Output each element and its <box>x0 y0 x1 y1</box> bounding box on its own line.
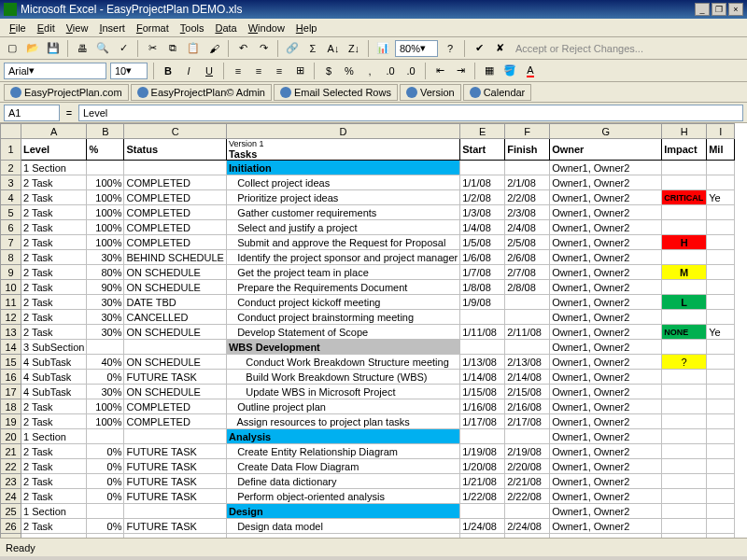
spell-icon[interactable]: ✓ <box>115 40 132 57</box>
italic-icon[interactable]: I <box>180 63 197 79</box>
data-row[interactable]: 102 Task90%ON SCHEDULE Prepare the Requi… <box>1 280 735 295</box>
name-box[interactable]: A1 <box>4 105 60 121</box>
data-row[interactable]: 232 Task0%FUTURE TASK Define data dictio… <box>1 474 735 489</box>
menu-file[interactable]: File <box>4 21 32 35</box>
accept-icon[interactable]: ✔ <box>471 40 487 57</box>
data-row[interactable]: 62 Task100%COMPLETED Select and justify … <box>1 220 735 235</box>
col-header-D[interactable]: D <box>226 124 459 139</box>
align-left-icon[interactable]: ≡ <box>230 63 247 79</box>
row-header[interactable]: 8 <box>1 250 21 265</box>
currency-icon[interactable]: $ <box>320 63 337 79</box>
sort-asc-icon[interactable]: A↓ <box>325 40 342 57</box>
data-row[interactable]: 52 Task100%COMPLETED Gather customer req… <box>1 205 735 220</box>
menu-format[interactable]: Format <box>131 21 175 35</box>
preview-icon[interactable]: 🔍 <box>94 40 111 57</box>
data-row[interactable]: 92 Task80%ON SCHEDULE Get the project te… <box>1 265 735 280</box>
data-row[interactable]: 212 Task0%FUTURE TASK Create Entity Rela… <box>1 444 735 459</box>
row-header[interactable]: 12 <box>1 310 21 325</box>
undo-icon[interactable]: ↶ <box>234 40 251 57</box>
font-color-icon[interactable]: A <box>522 63 539 79</box>
menu-view[interactable]: View <box>61 21 94 35</box>
row-header[interactable]: 13 <box>1 325 21 340</box>
cut-icon[interactable]: ✂ <box>144 40 161 57</box>
data-row[interactable]: 82 Task30%BEHIND SCHEDULE Identify the p… <box>1 250 735 265</box>
data-row[interactable]: 132 Task30%ON SCHEDULE Develop Statement… <box>1 325 735 340</box>
menu-tools[interactable]: Tools <box>175 21 210 35</box>
data-row[interactable]: 154 SubTask40%ON SCHEDULE Conduct Work B… <box>1 355 735 370</box>
custom-btn-email-selected-rows[interactable]: Email Selected Rows <box>274 84 398 101</box>
row-header[interactable]: 16 <box>1 370 21 385</box>
data-row[interactable]: 164 SubTask0%FUTURE TASK Build Work Brea… <box>1 370 735 385</box>
col-header-E[interactable]: E <box>460 124 505 139</box>
data-row[interactable]: 174 SubTask30%ON SCHEDULE Update WBS in … <box>1 385 735 399</box>
data-row[interactable]: 32 Task100%COMPLETED Collect project ide… <box>1 175 735 190</box>
align-right-icon[interactable]: ≡ <box>271 63 288 79</box>
row-header[interactable]: 5 <box>1 205 21 220</box>
format-painter-icon[interactable]: 🖌 <box>205 40 222 57</box>
help-icon[interactable]: ? <box>442 40 458 57</box>
data-row[interactable]: 122 Task30%CANCELLED Conduct project bra… <box>1 310 735 325</box>
zoom-combo[interactable]: 80% ▾ <box>395 40 438 57</box>
link-icon[interactable]: 🔗 <box>284 40 301 57</box>
row-header[interactable]: 4 <box>1 190 21 205</box>
row-header[interactable]: 10 <box>1 280 21 295</box>
row-header[interactable]: 25 <box>1 504 21 519</box>
col-header-A[interactable]: A <box>21 124 87 139</box>
menu-insert[interactable]: Insert <box>93 21 131 35</box>
paste-icon[interactable]: 📋 <box>185 40 202 57</box>
row-header[interactable]: 26 <box>1 519 21 534</box>
row-header[interactable]: 14 <box>1 340 21 355</box>
row-header[interactable]: 2 <box>1 161 21 175</box>
custom-btn-version[interactable]: Version <box>400 84 461 101</box>
row-header[interactable]: 18 <box>1 399 21 414</box>
data-row[interactable]: 242 Task0%FUTURE TASK Perform object-ori… <box>1 489 735 504</box>
sum-icon[interactable]: Σ <box>304 40 321 57</box>
percent-icon[interactable]: % <box>341 63 358 79</box>
copy-icon[interactable]: ⧉ <box>164 40 181 57</box>
menu-help[interactable]: Help <box>290 21 323 35</box>
sort-desc-icon[interactable]: Z↓ <box>345 40 362 57</box>
menu-data[interactable]: Data <box>209 21 242 35</box>
data-row[interactable]: 272 Task0%FUTURE TASK Write functional s… <box>1 534 735 539</box>
row-header[interactable]: 7 <box>1 235 21 250</box>
data-row[interactable]: 72 Task100%COMPLETED Submit and approve … <box>1 235 735 250</box>
row-header[interactable]: 9 <box>1 265 21 280</box>
col-header-H[interactable]: H <box>662 124 707 139</box>
data-row[interactable]: 222 Task0%FUTURE TASK Create Data Flow D… <box>1 459 735 474</box>
font-combo[interactable]: Arial ▾ <box>4 63 106 79</box>
row-header[interactable]: 19 <box>1 414 21 429</box>
save-icon[interactable]: 💾 <box>45 40 62 57</box>
row-header[interactable]: 3 <box>1 175 21 190</box>
comma-icon[interactable]: , <box>361 63 378 79</box>
data-row[interactable]: 21 SectionInitiationOwner1, Owner2 <box>1 161 735 175</box>
indent-inc-icon[interactable]: ⇥ <box>452 63 469 79</box>
new-icon[interactable]: ▢ <box>4 40 21 57</box>
fill-color-icon[interactable]: 🪣 <box>501 63 518 79</box>
custom-btn-calendar[interactable]: Calendar <box>463 84 532 101</box>
data-row[interactable]: 192 Task100%COMPLETED Assign resources t… <box>1 414 735 429</box>
merge-icon[interactable]: ⊞ <box>291 63 308 79</box>
inc-decimal-icon[interactable]: .0 <box>382 63 399 79</box>
row-header[interactable]: 17 <box>1 385 21 399</box>
print-icon[interactable]: 🖶 <box>74 40 91 57</box>
underline-icon[interactable]: U <box>201 63 218 79</box>
row-header[interactable]: 1 <box>1 139 21 161</box>
open-icon[interactable]: 📂 <box>24 40 41 57</box>
col-header-F[interactable]: F <box>505 124 550 139</box>
dec-decimal-icon[interactable]: .0 <box>402 63 419 79</box>
row-header[interactable]: 11 <box>1 295 21 310</box>
data-row[interactable]: 112 Task30%DATE TBD Conduct project kick… <box>1 295 735 310</box>
row-header[interactable]: 21 <box>1 444 21 459</box>
fx-icon[interactable]: = <box>63 107 75 119</box>
formula-input[interactable]: Level <box>78 105 743 121</box>
row-header[interactable]: 22 <box>1 459 21 474</box>
col-header-B[interactable]: B <box>87 124 124 139</box>
restore-button[interactable]: ❐ <box>712 3 726 16</box>
redo-icon[interactable]: ↷ <box>255 40 272 57</box>
reject-icon[interactable]: ✘ <box>491 40 508 57</box>
align-center-icon[interactable]: ≡ <box>250 63 267 79</box>
borders-icon[interactable]: ▦ <box>481 63 498 79</box>
row-header[interactable]: 27 <box>1 534 21 539</box>
data-row[interactable]: 201 SectionAnalysisOwner1, Owner2 <box>1 429 735 444</box>
indent-dec-icon[interactable]: ⇤ <box>431 63 448 79</box>
